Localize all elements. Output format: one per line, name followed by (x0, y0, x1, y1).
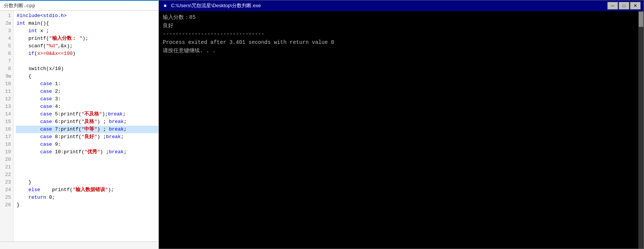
minimize-button[interactable]: ─ (607, 2, 618, 9)
tab-label: 分数判断.cpp (4, 2, 35, 9)
console-icon: ■ (162, 3, 168, 9)
console-exit-info: Process exited after 3.401 seconds with … (163, 39, 334, 45)
editor-statusbar (0, 241, 158, 249)
close-button[interactable]: ✕ (630, 2, 641, 9)
maximize-button[interactable]: □ (619, 2, 629, 9)
console-controls: ─ □ ✕ (607, 2, 641, 9)
code-area: 12⊟3456789⊟10111213141516171819202122232… (0, 11, 158, 241)
console-window: ■ C:\Users\咒怨流星\Desktop\分数判断.exe ─ □ ✕ 输… (159, 0, 644, 249)
console-title-area: ■ C:\Users\咒怨流星\Desktop\分数判断.exe (162, 2, 261, 9)
line-numbers: 12⊟3456789⊟10111213141516171819202122232… (0, 11, 14, 241)
console-line-input: 输入分数：85 (163, 14, 196, 20)
console-scrollbar[interactable] (638, 11, 644, 249)
console-separator: -------------------------------- (163, 31, 264, 37)
editor-tab[interactable]: 分数判断.cpp (0, 0, 158, 11)
scrollbar-thumb[interactable] (639, 12, 643, 27)
console-output[interactable]: 输入分数：85 良好 -----------------------------… (159, 11, 638, 249)
console-titlebar: ■ C:\Users\咒怨流星\Desktop\分数判断.exe ─ □ ✕ (159, 0, 644, 11)
console-press-key: 请按任意键继续. . . (163, 48, 216, 54)
console-title: C:\Users\咒怨流星\Desktop\分数判断.exe (171, 2, 261, 9)
code-content[interactable]: #include<stdio.h>int main(){ int x ; pri… (14, 11, 158, 241)
editor-panel: 分数判断.cpp 12⊟3456789⊟10111213141516171819… (0, 0, 159, 249)
console-line-result: 良好 (163, 23, 173, 29)
